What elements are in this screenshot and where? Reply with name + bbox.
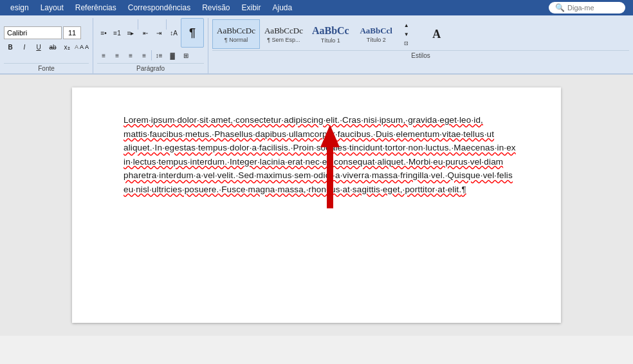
menu-design[interactable]: esign bbox=[5, 1, 34, 14]
text-line-6: eu·nisl·ultricies·posuere.·Fusce·magna·m… bbox=[124, 185, 466, 194]
style-titulo1[interactable]: AaBbCc Título 1 bbox=[307, 19, 354, 49]
align-center-button[interactable]: ≡ bbox=[111, 49, 124, 62]
sort-button[interactable]: ↕A bbox=[167, 26, 180, 39]
strikethrough-button[interactable]: ab bbox=[46, 41, 59, 53]
document-page: Lorem·ipsum·dolor·sit·amet,·consectetur·… bbox=[72, 87, 561, 323]
font-size-input[interactable] bbox=[63, 26, 81, 39]
styles-group: AaBbCcDc ¶ Normal AaBbCcDc ¶ Sem Esp... … bbox=[208, 18, 633, 73]
text-line-2: mattis·faucibus·metus.·Phasellus·dapibus… bbox=[124, 129, 494, 139]
font-highlight: A bbox=[80, 44, 84, 50]
font-name-input[interactable] bbox=[4, 26, 62, 39]
document-text: Lorem·ipsum·dolor·sit·amet,·consectetur·… bbox=[124, 113, 509, 197]
styles-group-label: Estilos bbox=[212, 50, 629, 60]
multilevel-list-button[interactable]: ≡▸ bbox=[124, 26, 137, 39]
styles-scroll-up[interactable]: ▲ bbox=[400, 21, 413, 30]
menu-ajuda[interactable]: Ajuda bbox=[268, 1, 298, 14]
text-line-1: Lorem·ipsum·dolor·sit·amet,·consectetur·… bbox=[124, 115, 483, 125]
show-formatting-button[interactable]: ¶ bbox=[181, 18, 204, 48]
paragraph-group-label: Parágrafo bbox=[97, 63, 204, 73]
menu-layout[interactable]: Layout bbox=[35, 1, 69, 14]
text-line-3: aliquet.·In·egestas·tempus·dolor·a·facil… bbox=[124, 143, 516, 152]
subscript-button[interactable]: x₂ bbox=[60, 41, 73, 53]
italic-button[interactable]: I bbox=[18, 41, 31, 53]
styles-expand[interactable]: ⊡ bbox=[400, 39, 413, 48]
app-window: esign Layout Referências Correspondência… bbox=[0, 0, 633, 336]
font-color-a: A bbox=[75, 44, 78, 50]
style-normal-preview: AaBbCcDc bbox=[217, 26, 255, 36]
menu-exibir[interactable]: Exibir bbox=[237, 1, 266, 14]
style-extra-preview: A bbox=[432, 28, 441, 41]
increase-indent-button[interactable]: ⇥ bbox=[152, 26, 165, 39]
line-spacing-button[interactable]: ↕≡ bbox=[152, 49, 165, 62]
decrease-indent-button[interactable]: ⇤ bbox=[139, 26, 152, 39]
style-titulo2[interactable]: AaBbCcl Título 2 bbox=[354, 19, 399, 49]
font-group: B I U ab x₂ A A A Fonte bbox=[0, 18, 93, 73]
shading-button[interactable]: ▓ bbox=[166, 49, 179, 62]
style-titulo1-label: Título 1 bbox=[321, 37, 340, 44]
style-sem-esp-label: ¶ Sem Esp... bbox=[267, 37, 300, 43]
align-left-button[interactable]: ≡ bbox=[97, 49, 110, 62]
bullet-list-button[interactable]: ≡• bbox=[97, 26, 110, 39]
style-titulo2-preview: AaBbCcl bbox=[360, 26, 392, 36]
style-sem-esp-preview: AaBbCcDc bbox=[264, 26, 303, 36]
menu-correspondencias[interactable]: Correspondências bbox=[123, 1, 196, 14]
align-justify-button[interactable]: ≡ bbox=[138, 49, 151, 62]
style-titulo2-label: Título 2 bbox=[367, 37, 386, 43]
underline-button[interactable]: U bbox=[32, 41, 45, 53]
style-sem-esp[interactable]: AaBbCcDc ¶ Sem Esp... bbox=[260, 19, 307, 49]
document-area: Lorem·ipsum·dolor·sit·amet,·consectetur·… bbox=[0, 75, 633, 336]
font-color-red: A bbox=[85, 44, 89, 50]
text-line-4: in·lectus·tempus·interdum.·Integer·lacin… bbox=[124, 157, 503, 167]
bold-button[interactable]: B bbox=[4, 41, 17, 53]
search-input[interactable] bbox=[567, 4, 619, 12]
numbered-list-button[interactable]: ≡1 bbox=[111, 26, 124, 39]
borders-button[interactable]: ⊞ bbox=[179, 49, 192, 62]
style-titulo1-preview: AaBbCc bbox=[312, 25, 349, 37]
style-extra[interactable]: A bbox=[414, 19, 459, 49]
text-line-5: pharetra·interdum·a·vel·velit.·Sed·maxim… bbox=[124, 170, 513, 180]
style-normal-label: ¶ Normal bbox=[225, 37, 248, 43]
search-icon: 🔍 bbox=[555, 3, 565, 12]
ribbon: B I U ab x₂ A A A Fonte bbox=[0, 15, 633, 75]
menu-bar: esign Layout Referências Correspondência… bbox=[0, 0, 633, 15]
paragraph-group: ≡• ≡1 ≡▸ ⇤ ⇥ ↕A ¶ ≡ ≡ ≡ bbox=[93, 18, 208, 73]
align-right-button[interactable]: ≡ bbox=[124, 49, 137, 62]
font-group-label: Fonte bbox=[4, 63, 89, 73]
style-normal[interactable]: AaBbCcDc ¶ Normal bbox=[212, 19, 260, 49]
menu-referencias[interactable]: Referências bbox=[70, 1, 122, 14]
menu-revisao[interactable]: Revisão bbox=[197, 1, 235, 14]
styles-scroll-down[interactable]: ▼ bbox=[400, 30, 413, 39]
